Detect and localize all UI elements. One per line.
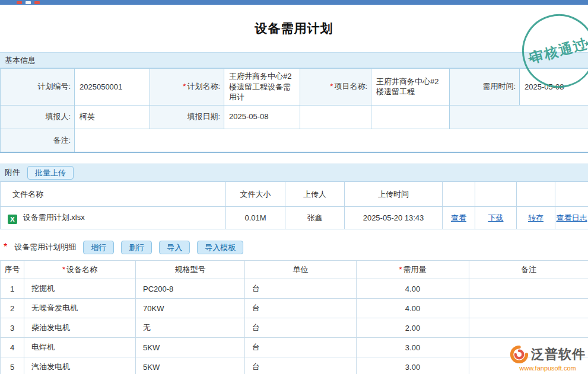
detail-row: 1 挖掘机 PC200-8 台 4.00 xyxy=(1,279,588,299)
fanpu-logo-icon xyxy=(510,345,529,364)
need-time-label: 需用时间: xyxy=(482,82,516,91)
row-index: 2 xyxy=(1,299,24,318)
required-marker: * xyxy=(399,265,402,274)
device-name-cell[interactable]: 无噪音发电机 xyxy=(24,299,136,318)
view-log-link[interactable]: 查看日志 xyxy=(557,213,587,222)
attachments-title: 附件 xyxy=(5,167,20,178)
quantity-cell[interactable]: 3.00 xyxy=(357,338,469,357)
attachment-row: X 设备需用计划.xlsx 0.01M 张鑫 2025-05-20 13:43 … xyxy=(1,207,588,229)
detail-section-header: * 设备需用计划明细 增行 删行 导入 导入模板 xyxy=(0,239,588,255)
required-marker: * xyxy=(4,242,7,252)
detail-row: 3 柴油发电机 无 台 2.00 xyxy=(1,318,588,338)
file-name-header: 文件名称 xyxy=(1,182,226,207)
unit-cell[interactable]: 台 xyxy=(245,357,357,374)
attachment-file-name: 设备需用计划.xlsx xyxy=(23,213,85,222)
quantity-cell[interactable]: 4.00 xyxy=(357,299,469,318)
report-date-value: 2025-05-08 xyxy=(224,105,300,129)
basic-info-row: 备注: xyxy=(1,129,588,152)
remark-cell[interactable] xyxy=(469,318,588,338)
required-marker: * xyxy=(183,82,186,91)
required-marker: * xyxy=(330,82,333,91)
remark-cell[interactable] xyxy=(469,299,588,318)
unit-header: 单位 xyxy=(245,261,357,279)
topbar-icon xyxy=(17,1,22,4)
remark-header: 备注 xyxy=(469,261,588,279)
batch-upload-button[interactable]: 批量上传 xyxy=(27,166,74,180)
fanpu-watermark: 泛普软件 www.fanpusoft.com xyxy=(510,345,586,372)
attachment-file-size: 0.01M xyxy=(226,207,285,229)
spec-cell[interactable]: 5KW xyxy=(136,338,245,357)
quantity-cell[interactable]: 3.00 xyxy=(357,357,469,374)
basic-info-table: 计划编号: 2025050001 *计划名称: 王府井商务中心#2楼遗留工程设备… xyxy=(0,68,588,153)
quantity-cell[interactable]: 2.00 xyxy=(357,318,469,338)
spec-cell[interactable]: PC200-8 xyxy=(136,279,245,299)
remark-label: 备注: xyxy=(53,136,71,145)
import-button[interactable]: 导入 xyxy=(159,241,190,254)
detail-row: 5 汽油发电机 5KW 台 3.00 xyxy=(1,357,588,374)
download-link[interactable]: 下载 xyxy=(488,213,504,222)
remark-cell[interactable] xyxy=(469,279,588,299)
device-name-cell[interactable]: 柴油发电机 xyxy=(24,318,136,338)
need-time-value: 2025-05-08 xyxy=(520,69,588,106)
remark-value xyxy=(75,129,588,152)
top-bar xyxy=(0,0,588,5)
reporter-value: 柯英 xyxy=(75,105,150,129)
file-size-header: 文件大小 xyxy=(226,182,285,207)
empty-header xyxy=(517,182,555,207)
uploader-header: 上传人 xyxy=(285,182,345,207)
view-link[interactable]: 查看 xyxy=(451,213,466,222)
basic-info-section-header: 基本信息 xyxy=(0,52,588,68)
report-date-label: 填报日期: xyxy=(187,112,220,121)
unit-cell[interactable]: 台 xyxy=(245,299,357,318)
project-name-label: 项目名称: xyxy=(334,82,367,91)
attachments-table: 文件名称 文件大小 上传人 上传时间 X 设备需用计划.xlsx 0.01M 张… xyxy=(0,181,588,229)
device-name-cell[interactable]: 汽油发电机 xyxy=(24,357,136,374)
transfer-link[interactable]: 转存 xyxy=(528,213,543,222)
delete-row-button[interactable]: 删行 xyxy=(121,241,152,254)
detail-table: 序号 *设备名称 规格型号 单位 *需用量 备注 1 挖掘机 PC200-8 台… xyxy=(0,260,588,374)
unit-cell[interactable]: 台 xyxy=(245,279,357,299)
empty-header xyxy=(443,182,475,207)
basic-info-row: 计划编号: 2025050001 *计划名称: 王府井商务中心#2楼遗留工程设备… xyxy=(1,69,588,106)
basic-info-row: 填报人: 柯英 填报日期: 2025-05-08 xyxy=(1,105,588,129)
empty-header xyxy=(475,182,517,207)
device-name-header: 设备名称 xyxy=(66,265,97,274)
row-index: 3 xyxy=(1,318,24,338)
detail-section-title: 设备需用计划明细 xyxy=(14,242,76,252)
quantity-header: 需用量 xyxy=(403,265,427,274)
topbar-icon xyxy=(34,1,40,4)
attachment-uploader: 张鑫 xyxy=(285,207,345,229)
unit-cell[interactable]: 台 xyxy=(245,338,357,357)
page-header: 设备需用计划 xyxy=(0,5,588,52)
attachment-upload-time: 2025-05-20 13:43 xyxy=(345,207,443,229)
spec-cell[interactable]: 无 xyxy=(136,318,245,338)
quantity-cell[interactable]: 4.00 xyxy=(357,279,469,299)
detail-row: 4 电焊机 5KW 台 3.00 xyxy=(1,338,588,357)
brand-website: www.fanpusoft.com xyxy=(510,365,586,372)
spec-cell[interactable]: 5KW xyxy=(136,357,245,374)
required-marker: * xyxy=(62,265,65,274)
spec-header: 规格型号 xyxy=(136,261,245,279)
empty-cell xyxy=(300,105,371,129)
row-index: 4 xyxy=(1,338,24,357)
device-name-cell[interactable]: 挖掘机 xyxy=(24,279,136,299)
brand-name: 泛普软件 xyxy=(531,346,586,363)
import-template-button[interactable]: 导入模板 xyxy=(197,241,243,254)
unit-cell[interactable]: 台 xyxy=(245,318,357,338)
empty-cell xyxy=(450,105,588,129)
plan-name-value: 王府井商务中心#2楼遗留工程设备需用计 xyxy=(224,69,300,106)
upload-time-header: 上传时间 xyxy=(345,182,443,207)
topbar-icon xyxy=(26,1,31,4)
spec-cell[interactable]: 70KW xyxy=(136,299,245,318)
empty-cell xyxy=(371,105,450,129)
excel-icon: X xyxy=(8,215,17,224)
detail-row: 2 无噪音发电机 70KW 台 4.00 xyxy=(1,299,588,318)
attachments-section-header: 附件 批量上传 xyxy=(0,164,588,181)
index-header: 序号 xyxy=(1,261,24,279)
add-row-button[interactable]: 增行 xyxy=(83,241,114,254)
plan-no-value: 2025050001 xyxy=(75,69,150,106)
empty-header xyxy=(555,182,588,207)
basic-info-title: 基本信息 xyxy=(5,55,36,66)
row-index: 1 xyxy=(1,279,24,299)
device-name-cell[interactable]: 电焊机 xyxy=(24,338,136,357)
